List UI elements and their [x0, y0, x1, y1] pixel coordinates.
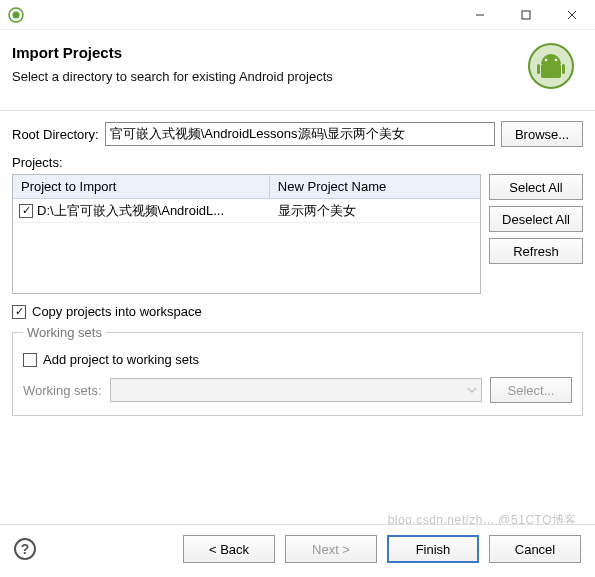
row-newname[interactable]: 显示两个美女 — [270, 202, 480, 220]
copy-into-workspace-label: Copy projects into workspace — [32, 304, 202, 319]
refresh-button[interactable]: Refresh — [489, 238, 583, 264]
working-sets-group: Working sets Add project to working sets… — [12, 325, 583, 416]
chevron-down-icon — [467, 385, 477, 395]
root-directory-label: Root Directory: — [12, 127, 99, 142]
svg-rect-10 — [562, 64, 565, 74]
svg-point-11 — [545, 59, 548, 62]
close-button[interactable] — [549, 0, 595, 30]
back-button[interactable]: < Back — [183, 535, 275, 563]
deselect-all-button[interactable]: Deselect All — [489, 206, 583, 232]
app-icon — [8, 7, 24, 23]
copy-into-workspace-checkbox[interactable] — [12, 305, 26, 319]
svg-rect-8 — [541, 64, 561, 78]
add-to-working-sets-checkbox[interactable] — [23, 353, 37, 367]
wizard-footer: ? < Back Next > Finish Cancel — [0, 524, 595, 577]
finish-button[interactable]: Finish — [387, 535, 479, 563]
svg-point-12 — [555, 59, 558, 62]
svg-rect-3 — [522, 11, 530, 19]
col-new-project-name[interactable]: New Project Name — [270, 175, 480, 198]
minimize-button[interactable] — [457, 0, 503, 30]
page-title: Import Projects — [12, 44, 333, 61]
next-button: Next > — [285, 535, 377, 563]
maximize-button[interactable] — [503, 0, 549, 30]
working-sets-combo — [110, 378, 482, 402]
browse-button[interactable]: Browse... — [501, 121, 583, 147]
add-to-working-sets-label: Add project to working sets — [43, 352, 199, 367]
working-sets-combo-label: Working sets: — [23, 383, 102, 398]
titlebar — [0, 0, 595, 30]
page-subtitle: Select a directory to search for existin… — [12, 69, 333, 84]
wizard-header: Import Projects Select a directory to se… — [0, 30, 595, 104]
root-directory-input[interactable] — [105, 122, 495, 146]
row-checkbox[interactable] — [19, 204, 33, 218]
select-all-button[interactable]: Select All — [489, 174, 583, 200]
svg-rect-9 — [537, 64, 540, 74]
col-project-to-import[interactable]: Project to Import — [13, 175, 270, 198]
projects-label: Projects: — [12, 155, 583, 170]
svg-point-1 — [13, 11, 20, 18]
working-sets-select-button: Select... — [490, 377, 572, 403]
working-sets-legend: Working sets — [23, 325, 106, 340]
cancel-button[interactable]: Cancel — [489, 535, 581, 563]
table-row[interactable]: D:\上官可嵌入式视频\AndroidL... 显示两个美女 — [13, 199, 480, 223]
projects-table[interactable]: Project to Import New Project Name D:\上官… — [12, 174, 481, 294]
android-icon — [527, 42, 575, 90]
row-path: D:\上官可嵌入式视频\AndroidL... — [37, 202, 224, 220]
help-icon[interactable]: ? — [14, 538, 36, 560]
